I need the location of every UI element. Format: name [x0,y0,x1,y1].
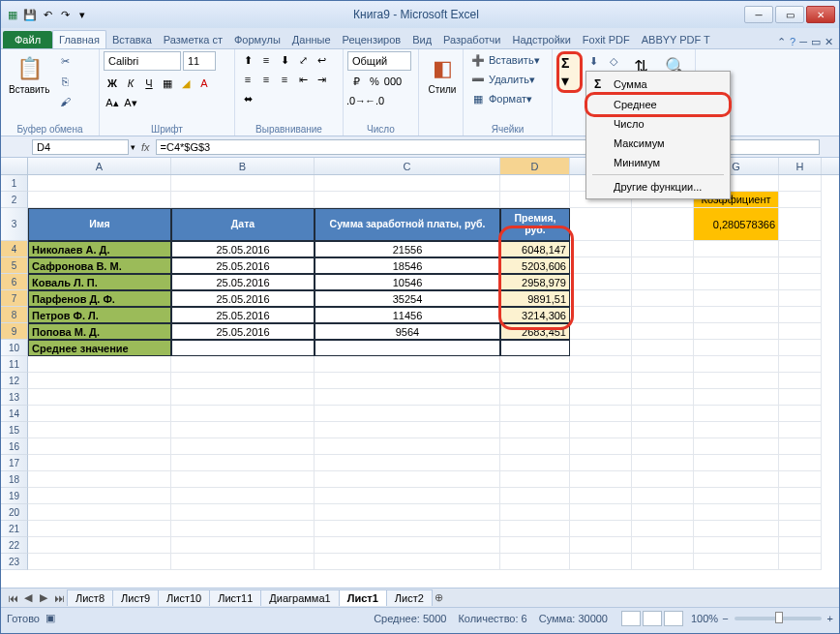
sheet-nav-prev[interactable]: ◀ [20,591,36,604]
cell[interactable] [694,356,779,373]
cell[interactable]: Дата [171,208,315,241]
cell[interactable]: 5203,606 [500,257,570,274]
percent-icon[interactable]: % [366,73,383,90]
cell[interactable]: Парфенов Д. Ф. [28,290,171,307]
view-layout-button[interactable] [643,611,662,626]
row-header[interactable]: 10 [1,340,28,356]
cell[interactable] [500,438,570,455]
row-header[interactable]: 8 [1,307,28,323]
cell[interactable]: 9891,51 [500,290,570,307]
cell[interactable] [694,504,779,521]
sheet-tab[interactable]: Диаграмма1 [260,589,339,606]
cell[interactable] [28,438,171,455]
cell[interactable] [315,422,500,438]
underline-button[interactable]: Ч [140,75,158,92]
row-header[interactable]: 1 [1,175,28,192]
cell[interactable] [500,406,570,422]
border-button[interactable]: ▦ [159,75,176,92]
cell[interactable] [694,307,779,323]
cell[interactable] [28,455,171,471]
col-header-H[interactable]: H [779,158,822,174]
cell[interactable] [694,373,779,389]
align-middle-icon[interactable]: ≡ [257,51,275,69]
styles-button[interactable]: ◧ Стили [423,51,462,97]
italic-button[interactable]: К [122,75,139,92]
cell[interactable]: 3214,306 [500,307,570,323]
row-header[interactable]: 13 [1,389,28,406]
col-header-B[interactable]: B [171,158,315,174]
cell[interactable] [28,192,171,208]
cell[interactable] [28,488,171,504]
cell[interactable] [779,537,822,554]
file-tab[interactable]: Файл [3,31,52,48]
autosum-min[interactable]: Минимум [588,153,728,172]
cell[interactable] [315,192,500,208]
cell[interactable] [694,488,779,504]
cell[interactable] [570,257,632,274]
cell[interactable] [315,471,500,488]
cell[interactable] [632,389,694,406]
cell[interactable] [171,504,315,521]
autosum-button[interactable]: Σ ▾ [556,51,583,93]
cell[interactable] [779,422,822,438]
autosum-more[interactable]: Другие функции... [588,177,728,196]
cell[interactable] [28,504,171,521]
row-header[interactable]: 20 [1,504,28,521]
undo-icon[interactable]: ↶ [40,7,55,22]
cell[interactable] [570,438,632,455]
sheet-nav-last[interactable]: ⏭ [51,592,67,604]
cell[interactable] [171,537,315,554]
cell[interactable] [570,471,632,488]
row-header[interactable]: 5 [1,257,28,274]
cell[interactable] [28,373,171,389]
row-header[interactable]: 15 [1,422,28,438]
cell[interactable] [570,274,632,290]
cell[interactable]: 21556 [315,241,500,257]
name-box-dropdown-icon[interactable]: ▾ [131,142,135,152]
cell[interactable]: Коваль Л. П. [28,274,171,290]
sheet-tab[interactable]: Лист9 [112,589,159,606]
cell[interactable] [570,488,632,504]
cell[interactable] [171,438,315,455]
cell[interactable] [632,455,694,471]
cell[interactable] [570,340,632,356]
cell[interactable] [779,241,822,257]
cell[interactable] [779,257,822,274]
cell[interactable] [694,455,779,471]
autosum-count[interactable]: Число [588,114,728,134]
workbook-restore-icon[interactable]: ▭ [811,36,821,48]
minimize-ribbon-icon[interactable]: ⌃ [777,36,786,48]
cell[interactable] [28,175,171,192]
cell[interactable] [632,521,694,537]
cell[interactable] [500,554,570,570]
zoom-slider[interactable] [735,617,822,620]
cell[interactable] [779,521,822,537]
cell[interactable] [171,373,315,389]
cell[interactable] [171,554,315,570]
cell[interactable] [28,389,171,406]
cell[interactable]: 25.05.2016 [171,257,315,274]
cell[interactable] [570,406,632,422]
cell[interactable] [500,340,570,356]
sheet-tab[interactable]: Лист11 [209,589,261,606]
cell[interactable] [694,406,779,422]
tab-abbyy[interactable]: ABBYY PDF T [636,31,716,48]
merge-button[interactable]: ⬌ [239,90,257,107]
tab-layout[interactable]: Разметка ст [158,31,228,48]
sheet-tab[interactable]: Лист2 [386,589,433,606]
row-header[interactable]: 21 [1,521,28,537]
cell[interactable] [171,488,315,504]
cell[interactable] [171,356,315,373]
cell[interactable] [500,356,570,373]
cell[interactable]: 25.05.2016 [171,274,315,290]
font-name-combo[interactable]: Calibri [104,51,181,71]
cell[interactable] [694,241,779,257]
cell[interactable] [570,356,632,373]
cell[interactable] [694,422,779,438]
cell[interactable] [779,406,822,422]
cell[interactable] [315,488,500,504]
cell[interactable] [570,373,632,389]
close-button[interactable]: ✕ [806,6,835,23]
cell[interactable] [632,257,694,274]
cell[interactable] [570,521,632,537]
